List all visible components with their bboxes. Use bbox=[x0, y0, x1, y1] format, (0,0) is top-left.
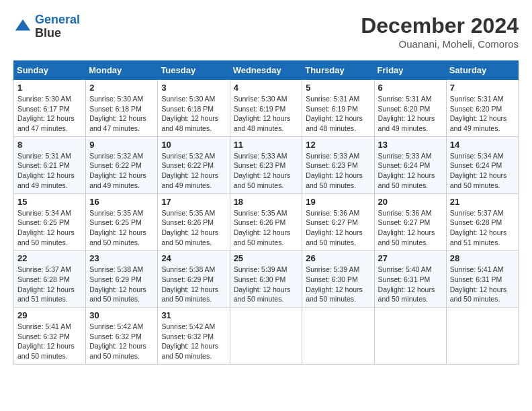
day-number: 20 bbox=[378, 197, 443, 207]
day-info: Sunrise: 5:34 AM Sunset: 6:24 PM Dayligh… bbox=[450, 151, 515, 191]
day-info: Sunrise: 5:37 AM Sunset: 6:28 PM Dayligh… bbox=[17, 265, 82, 304]
day-number: 27 bbox=[378, 253, 443, 263]
calendar-table: Sunday Monday Tuesday Wednesday Thursday… bbox=[13, 60, 519, 365]
day-number: 23 bbox=[89, 253, 154, 263]
day-number: 6 bbox=[378, 83, 443, 93]
day-number: 12 bbox=[306, 140, 370, 150]
day-info: Sunrise: 5:30 AM Sunset: 6:17 PM Dayligh… bbox=[17, 94, 82, 134]
table-row: 1 Sunrise: 5:30 AM Sunset: 6:17 PM Dayli… bbox=[14, 80, 86, 137]
calendar-week-row: 8 Sunrise: 5:31 AM Sunset: 6:21 PM Dayli… bbox=[14, 136, 519, 193]
day-info: Sunrise: 5:41 AM Sunset: 6:31 PM Dayligh… bbox=[450, 265, 515, 304]
col-saturday: Saturday bbox=[446, 61, 518, 80]
day-info: Sunrise: 5:30 AM Sunset: 6:19 PM Dayligh… bbox=[234, 94, 299, 134]
day-info: Sunrise: 5:30 AM Sunset: 6:18 PM Dayligh… bbox=[161, 94, 226, 134]
table-row bbox=[446, 308, 518, 365]
table-row: 21 Sunrise: 5:37 AM Sunset: 6:28 PM Dayl… bbox=[446, 193, 518, 250]
table-row: 10 Sunrise: 5:32 AM Sunset: 6:22 PM Dayl… bbox=[158, 136, 230, 193]
day-info: Sunrise: 5:35 AM Sunset: 6:26 PM Dayligh… bbox=[161, 208, 226, 248]
table-row: 9 Sunrise: 5:32 AM Sunset: 6:22 PM Dayli… bbox=[86, 136, 158, 193]
table-row: 6 Sunrise: 5:31 AM Sunset: 6:20 PM Dayli… bbox=[374, 80, 446, 137]
day-number: 8 bbox=[17, 140, 82, 150]
day-info: Sunrise: 5:38 AM Sunset: 6:29 PM Dayligh… bbox=[161, 265, 226, 304]
logo-icon bbox=[13, 17, 32, 36]
day-info: Sunrise: 5:39 AM Sunset: 6:30 PM Dayligh… bbox=[306, 265, 370, 304]
table-row: 4 Sunrise: 5:30 AM Sunset: 6:19 PM Dayli… bbox=[230, 80, 302, 137]
table-row: 22 Sunrise: 5:37 AM Sunset: 6:28 PM Dayl… bbox=[14, 250, 86, 308]
day-number: 17 bbox=[161, 197, 226, 207]
day-number: 30 bbox=[89, 310, 154, 320]
day-number: 10 bbox=[161, 140, 226, 150]
sub-title: Ouanani, Moheli, Comoros bbox=[361, 38, 519, 50]
day-number: 28 bbox=[450, 253, 515, 263]
day-number: 22 bbox=[17, 253, 82, 263]
day-info: Sunrise: 5:40 AM Sunset: 6:31 PM Dayligh… bbox=[378, 265, 443, 304]
day-info: Sunrise: 5:42 AM Sunset: 6:32 PM Dayligh… bbox=[161, 322, 226, 361]
day-info: Sunrise: 5:31 AM Sunset: 6:21 PM Dayligh… bbox=[17, 151, 82, 191]
page-header: GeneralBlue December 2024 Ouanani, Mohel… bbox=[13, 13, 519, 50]
main-title: December 2024 bbox=[361, 13, 519, 38]
day-number: 5 bbox=[306, 83, 370, 93]
table-row: 28 Sunrise: 5:41 AM Sunset: 6:31 PM Dayl… bbox=[446, 250, 518, 308]
table-row: 15 Sunrise: 5:34 AM Sunset: 6:25 PM Dayl… bbox=[14, 193, 86, 250]
table-row bbox=[374, 308, 446, 365]
logo-text: GeneralBlue bbox=[35, 13, 80, 40]
table-row: 24 Sunrise: 5:38 AM Sunset: 6:29 PM Dayl… bbox=[158, 250, 230, 308]
calendar-week-row: 15 Sunrise: 5:34 AM Sunset: 6:25 PM Dayl… bbox=[14, 193, 519, 250]
day-number: 29 bbox=[17, 310, 82, 320]
day-info: Sunrise: 5:42 AM Sunset: 6:32 PM Dayligh… bbox=[89, 322, 154, 361]
day-number: 13 bbox=[378, 140, 443, 150]
calendar-header-row: Sunday Monday Tuesday Wednesday Thursday… bbox=[14, 61, 519, 80]
day-number: 19 bbox=[306, 197, 370, 207]
day-info: Sunrise: 5:39 AM Sunset: 6:30 PM Dayligh… bbox=[234, 265, 299, 304]
day-info: Sunrise: 5:31 AM Sunset: 6:20 PM Dayligh… bbox=[450, 94, 515, 134]
table-row: 31 Sunrise: 5:42 AM Sunset: 6:32 PM Dayl… bbox=[158, 308, 230, 365]
calendar-week-row: 1 Sunrise: 5:30 AM Sunset: 6:17 PM Dayli… bbox=[14, 80, 519, 137]
day-number: 9 bbox=[89, 140, 154, 150]
table-row: 29 Sunrise: 5:41 AM Sunset: 6:32 PM Dayl… bbox=[14, 308, 86, 365]
table-row: 8 Sunrise: 5:31 AM Sunset: 6:21 PM Dayli… bbox=[14, 136, 86, 193]
col-friday: Friday bbox=[374, 61, 446, 80]
day-number: 25 bbox=[234, 253, 299, 263]
day-info: Sunrise: 5:33 AM Sunset: 6:24 PM Dayligh… bbox=[378, 151, 443, 191]
day-info: Sunrise: 5:35 AM Sunset: 6:26 PM Dayligh… bbox=[234, 208, 299, 248]
day-info: Sunrise: 5:33 AM Sunset: 6:23 PM Dayligh… bbox=[234, 151, 299, 191]
col-tuesday: Tuesday bbox=[158, 61, 230, 80]
day-number: 18 bbox=[234, 197, 299, 207]
table-row: 27 Sunrise: 5:40 AM Sunset: 6:31 PM Dayl… bbox=[374, 250, 446, 308]
day-number: 11 bbox=[234, 140, 299, 150]
day-number: 1 bbox=[17, 83, 82, 93]
table-row: 25 Sunrise: 5:39 AM Sunset: 6:30 PM Dayl… bbox=[230, 250, 302, 308]
day-number: 16 bbox=[89, 197, 154, 207]
day-number: 4 bbox=[234, 83, 299, 93]
day-info: Sunrise: 5:35 AM Sunset: 6:25 PM Dayligh… bbox=[89, 208, 154, 248]
table-row: 16 Sunrise: 5:35 AM Sunset: 6:25 PM Dayl… bbox=[86, 193, 158, 250]
col-monday: Monday bbox=[86, 61, 158, 80]
table-row: 17 Sunrise: 5:35 AM Sunset: 6:26 PM Dayl… bbox=[158, 193, 230, 250]
table-row: 20 Sunrise: 5:36 AM Sunset: 6:27 PM Dayl… bbox=[374, 193, 446, 250]
col-thursday: Thursday bbox=[302, 61, 374, 80]
day-info: Sunrise: 5:32 AM Sunset: 6:22 PM Dayligh… bbox=[161, 151, 226, 191]
day-info: Sunrise: 5:38 AM Sunset: 6:29 PM Dayligh… bbox=[89, 265, 154, 304]
logo: GeneralBlue bbox=[13, 13, 80, 40]
table-row: 5 Sunrise: 5:31 AM Sunset: 6:19 PM Dayli… bbox=[302, 80, 374, 137]
table-row: 13 Sunrise: 5:33 AM Sunset: 6:24 PM Dayl… bbox=[374, 136, 446, 193]
day-info: Sunrise: 5:32 AM Sunset: 6:22 PM Dayligh… bbox=[89, 151, 154, 191]
table-row: 7 Sunrise: 5:31 AM Sunset: 6:20 PM Dayli… bbox=[446, 80, 518, 137]
day-number: 3 bbox=[161, 83, 226, 93]
day-info: Sunrise: 5:41 AM Sunset: 6:32 PM Dayligh… bbox=[17, 322, 82, 361]
day-number: 24 bbox=[161, 253, 226, 263]
table-row bbox=[230, 308, 302, 365]
day-number: 7 bbox=[450, 83, 515, 93]
table-row bbox=[302, 308, 374, 365]
col-wednesday: Wednesday bbox=[230, 61, 302, 80]
day-info: Sunrise: 5:31 AM Sunset: 6:20 PM Dayligh… bbox=[378, 94, 443, 134]
day-info: Sunrise: 5:36 AM Sunset: 6:27 PM Dayligh… bbox=[306, 208, 370, 248]
day-number: 31 bbox=[161, 310, 226, 320]
table-row: 18 Sunrise: 5:35 AM Sunset: 6:26 PM Dayl… bbox=[230, 193, 302, 250]
table-row: 14 Sunrise: 5:34 AM Sunset: 6:24 PM Dayl… bbox=[446, 136, 518, 193]
day-info: Sunrise: 5:30 AM Sunset: 6:18 PM Dayligh… bbox=[89, 94, 154, 134]
day-info: Sunrise: 5:36 AM Sunset: 6:27 PM Dayligh… bbox=[378, 208, 443, 248]
day-number: 15 bbox=[17, 197, 82, 207]
calendar-week-row: 29 Sunrise: 5:41 AM Sunset: 6:32 PM Dayl… bbox=[14, 308, 519, 365]
svg-marker-0 bbox=[15, 19, 30, 31]
